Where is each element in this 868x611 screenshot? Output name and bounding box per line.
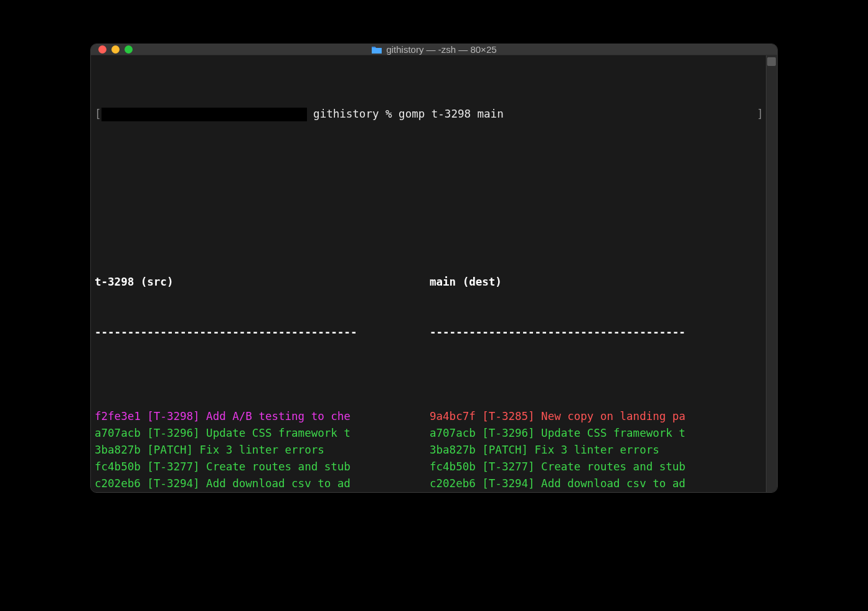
bracket-open: [ <box>95 108 101 120</box>
divider-dest: --------------------------------------- <box>430 324 765 341</box>
prompt-line-1: [ githistory % gomp t-3298 main] <box>91 106 766 123</box>
header-src: t-3298 (src) <box>95 274 430 291</box>
redacted-user-host <box>101 108 307 121</box>
window-title: githistory — -zsh — 80×25 <box>98 44 770 55</box>
commit-text: 9a4bc7f [T-3285] New copy on landing pa <box>430 410 686 422</box>
window-title-text: githistory — -zsh — 80×25 <box>386 44 496 55</box>
commit-text: fc4b50b [T-3277] Create routes and stub <box>430 460 686 473</box>
prompt-command: gomp t-3298 main <box>399 108 504 120</box>
commit-dest: 9a4bc7f [T-3285] New copy on landing pa <box>430 408 765 425</box>
bracket-close: ] <box>757 106 763 123</box>
commit-text: a707acb [T-3296] Update CSS framework t <box>430 427 686 439</box>
divider-src: ---------------------------------------- <box>95 324 430 341</box>
column-dividers: ----------------------------------------… <box>91 324 766 341</box>
minimize-button[interactable] <box>111 45 120 54</box>
traffic-lights <box>98 45 133 54</box>
commit-rows: f2fe3e1 [T-3298] Add A/B testing to che9… <box>91 408 766 492</box>
prompt-symbol: % <box>385 108 392 120</box>
commit-text: c202eb6 [T-3294] Add download csv to ad <box>95 477 351 490</box>
commit-src: 3ba827b [PATCH] Fix 3 linter errors <box>95 442 430 459</box>
close-button[interactable] <box>98 45 106 54</box>
prompt-dir: githistory <box>313 108 379 120</box>
commit-src: fc4b50b [T-3277] Create routes and stub <box>95 459 430 475</box>
commit-text: 3ba827b [PATCH] Fix 3 linter errors <box>95 444 324 456</box>
folder-icon <box>371 45 382 54</box>
commit-dest: c202eb6 [T-3294] Add download csv to ad <box>430 475 765 492</box>
terminal-content[interactable]: [ githistory % gomp t-3298 main] t-3298 … <box>91 55 766 493</box>
commit-text: fc4b50b [T-3277] Create routes and stub <box>95 460 351 473</box>
commit-src: a707acb [T-3296] Update CSS framework t <box>95 425 430 442</box>
commit-dest: 3ba827b [PATCH] Fix 3 linter errors <box>430 442 765 459</box>
terminal-body: [ githistory % gomp t-3298 main] t-3298 … <box>91 55 777 493</box>
scrollbar-top-icon[interactable] <box>767 57 776 66</box>
commit-dest: fc4b50b [T-3277] Create routes and stub <box>430 459 765 475</box>
titlebar[interactable]: githistory — -zsh — 80×25 <box>91 44 777 55</box>
terminal-window: githistory — -zsh — 80×25 [ githistory %… <box>90 44 778 493</box>
maximize-button[interactable] <box>125 45 133 54</box>
commit-row: fc4b50b [T-3277] Create routes and stubf… <box>91 459 766 475</box>
commit-text: a707acb [T-3296] Update CSS framework t <box>95 427 351 439</box>
commit-dest: a707acb [T-3296] Update CSS framework t <box>430 425 765 442</box>
commit-text: c202eb6 [T-3294] Add download csv to ad <box>430 477 686 490</box>
header-dest: main (dest) <box>430 274 765 291</box>
commit-text: 3ba827b [PATCH] Fix 3 linter errors <box>430 444 659 456</box>
commit-row: f2fe3e1 [T-3298] Add A/B testing to che9… <box>91 408 766 425</box>
commit-row: c202eb6 [T-3294] Add download csv to adc… <box>91 475 766 492</box>
commit-src: c202eb6 [T-3294] Add download csv to ad <box>95 475 430 492</box>
commit-row: 3ba827b [PATCH] Fix 3 linter errors3ba82… <box>91 442 766 459</box>
commit-src: f2fe3e1 [T-3298] Add A/B testing to che <box>95 408 430 425</box>
commit-row: a707acb [T-3296] Update CSS framework ta… <box>91 425 766 442</box>
scrollbar-track[interactable] <box>766 55 777 493</box>
column-headers: t-3298 (src) main (dest) <box>91 274 766 291</box>
blank-row <box>91 190 766 207</box>
commit-text: f2fe3e1 [T-3298] Add A/B testing to che <box>95 410 351 422</box>
